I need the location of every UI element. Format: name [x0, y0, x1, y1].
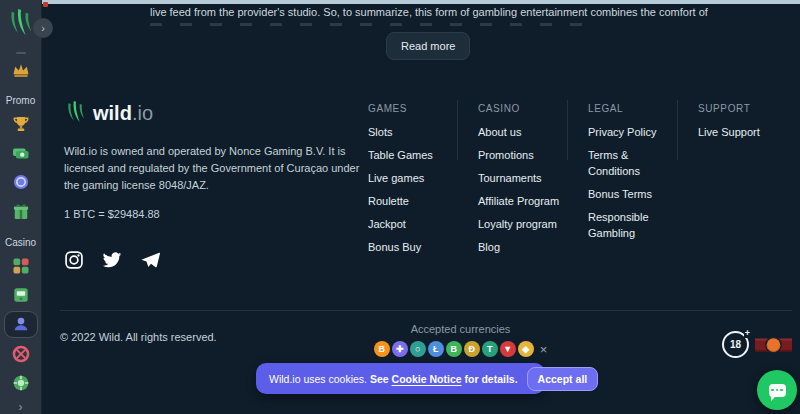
license-text: Wild.io is owned and operated by Nonce G…: [64, 143, 364, 194]
instagram-icon[interactable]: [64, 250, 84, 270]
currency-coin-row: B ✚ ○ Ł B Đ T ▼ ◆ ×: [374, 341, 548, 357]
coin-icon: [11, 172, 31, 192]
tron-coin-icon[interactable]: ▼: [500, 341, 516, 357]
footer-link-affiliate-program[interactable]: Affiliate Program: [478, 193, 578, 209]
sidebar-expand-button[interactable]: ›: [33, 18, 53, 38]
footer-link-loyalty-program[interactable]: Loyalty program: [478, 216, 578, 232]
litecoin-coin-icon[interactable]: Ł: [428, 341, 444, 357]
footer-link-bonus-terms[interactable]: Bonus Terms: [588, 186, 683, 202]
sidebar-divider: [16, 52, 26, 54]
usd-coin-icon[interactable]: ○: [410, 341, 426, 357]
article-paragraph: live feed from the provider's studio. So…: [150, 6, 790, 18]
sidebar-item-cashback[interactable]: [4, 140, 38, 166]
btc-rate: 1 BTC = $29484.88: [64, 208, 160, 220]
accepted-currencies-label: Accepted currencies: [411, 323, 511, 335]
sidebar-item-rakeback[interactable]: [4, 169, 38, 195]
social-links: [64, 250, 160, 270]
accepted-currencies: Accepted currencies B ✚ ○ Ł B Đ T ▼ ◆ ×: [358, 323, 563, 357]
cookie-text: Wild.io uses cookies. See Cookie Notice …: [269, 373, 518, 385]
sidebar-item-bonuses[interactable]: [4, 199, 38, 225]
dogecoin-coin-icon[interactable]: Đ: [464, 341, 480, 357]
curacao-license-badge-icon[interactable]: [755, 333, 792, 357]
footer-link-tournaments[interactable]: Tournaments: [478, 170, 578, 186]
footer-link-terms-conditions[interactable]: Terms & Conditions: [588, 147, 683, 179]
footer-link-privacy-policy[interactable]: Privacy Policy: [588, 124, 683, 140]
footer-link-responsible-gambling[interactable]: Responsible Gambling: [588, 209, 683, 241]
footer-column-support: SUPPORT Live Support: [698, 103, 798, 147]
wild-claw-logo-icon[interactable]: [6, 8, 36, 42]
cash-icon: [11, 143, 31, 163]
sidebar: Promo: [0, 0, 42, 414]
binance-coin-icon[interactable]: ◆: [518, 341, 534, 357]
sidebar-section-casino: Casino: [5, 237, 36, 248]
wild-io-page: Promo: [0, 0, 800, 414]
footer-link-blog[interactable]: Blog: [478, 239, 578, 255]
copyright-text: © 2022 Wild. All rights reserved.: [60, 331, 217, 343]
slots-grid-icon: [11, 256, 31, 276]
footer-logo[interactable]: wild.io: [64, 100, 153, 126]
footer-column-games: GAMES Slots Table Games Live games Roule…: [368, 103, 468, 262]
sidebar-item-poker[interactable]: [4, 370, 38, 396]
telegram-icon[interactable]: [140, 250, 160, 270]
sidebar-item-slots[interactable]: [4, 253, 38, 279]
footer-link-bonus-buy[interactable]: Bonus Buy: [368, 239, 468, 255]
footer-link-slots[interactable]: Slots: [368, 124, 468, 140]
crown-icon: [11, 60, 31, 80]
live-chat-button[interactable]: [757, 370, 797, 410]
chat-bubble-icon: [769, 384, 786, 397]
read-more-button[interactable]: Read more: [386, 32, 470, 60]
footer-column-legal: LEGAL Privacy Policy Terms & Conditions …: [588, 103, 683, 248]
roulette-wheel-icon: [11, 344, 31, 364]
age-18-number: 18: [730, 339, 741, 350]
twitter-icon[interactable]: [102, 250, 122, 270]
bitcoin-coin-icon[interactable]: B: [374, 341, 390, 357]
ethereum-coin-icon[interactable]: ✚: [392, 341, 408, 357]
live-dealer-icon: [11, 314, 31, 334]
age-18-badge: 18 +: [722, 331, 749, 358]
footer-column-title: CASINO: [478, 103, 578, 114]
sidebar-scroll-chevron[interactable]: ›: [19, 400, 23, 414]
age-plus-sign: +: [744, 328, 751, 338]
tether-coin-icon[interactable]: T: [482, 341, 498, 357]
gift-icon: [11, 202, 31, 222]
accept-all-button[interactable]: Accept all: [527, 367, 599, 391]
footer-divider: [60, 310, 792, 311]
cutoff-red-dot: [43, 2, 48, 7]
footer-link-live-support[interactable]: Live Support: [698, 124, 798, 140]
poker-chip-icon: [11, 373, 31, 393]
footer-column-title: SUPPORT: [698, 103, 798, 114]
cookie-notice-link[interactable]: Cookie Notice: [392, 373, 462, 385]
footer-link-table-games[interactable]: Table Games: [368, 147, 468, 163]
footer-column-title: LEGAL: [588, 103, 683, 114]
sidebar-item-live-casino[interactable]: [4, 311, 38, 337]
article-faded-line: [150, 23, 595, 26]
brand-name: wild: [93, 102, 132, 125]
footer-column-title: GAMES: [368, 103, 468, 114]
cutoff-image-strip: [42, 0, 800, 4]
cookie-notice-bar: Wild.io uses cookies. See Cookie Notice …: [256, 363, 545, 394]
sidebar-item-tournaments[interactable]: [4, 111, 38, 137]
wild-claw-logo-icon: [64, 100, 88, 126]
brand-tld: .io: [132, 102, 153, 125]
sidebar-section-promo: Promo: [6, 95, 35, 106]
close-icon[interactable]: ×: [540, 342, 548, 357]
trophy-icon: [11, 114, 31, 134]
footer-link-about-us[interactable]: About us: [478, 124, 578, 140]
sidebar-item-roulette[interactable]: [4, 341, 38, 367]
bitcoin-cash-coin-icon[interactable]: B: [446, 341, 462, 357]
footer-link-roulette[interactable]: Roulette: [368, 193, 468, 209]
footer-link-jackpot[interactable]: Jackpot: [368, 216, 468, 232]
footer-link-live-games[interactable]: Live games: [368, 170, 468, 186]
sidebar-item-vip-crown[interactable]: [4, 57, 38, 83]
footer-column-casino: CASINO About us Promotions Tournaments A…: [478, 103, 578, 262]
sidebar-item-slot-machine[interactable]: [4, 282, 38, 308]
slot-machine-icon: [11, 285, 31, 305]
footer-link-promotions[interactable]: Promotions: [478, 147, 578, 163]
